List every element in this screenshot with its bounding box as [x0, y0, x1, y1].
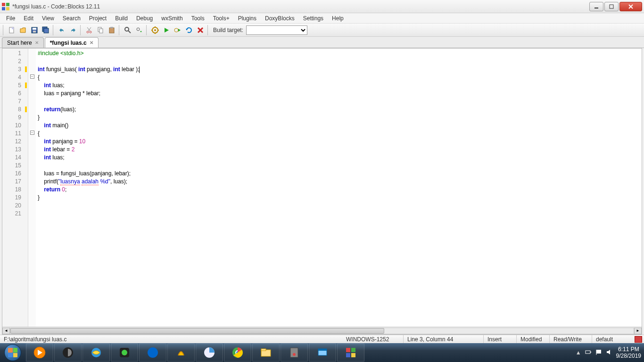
find-button[interactable] [123, 25, 133, 35]
taskbar-ie[interactable] [83, 344, 110, 362]
menubar: FileEditViewSearchProjectBuildDebugwxSmi… [0, 13, 644, 24]
taskbar-app-5[interactable] [309, 344, 336, 362]
abort-button[interactable] [195, 25, 206, 35]
tray-show-hidden-icon[interactable]: ▲ [576, 349, 581, 356]
taskbar-app-4[interactable] [281, 344, 308, 362]
code-line[interactable]: int luas; [38, 82, 640, 90]
rebuild-button[interactable] [184, 25, 194, 35]
build-target-select[interactable] [246, 25, 307, 35]
tray-flag-icon[interactable] [595, 349, 602, 357]
taskbar-app-3[interactable] [196, 344, 223, 362]
line-number: 16 [4, 170, 21, 178]
open-file-button[interactable] [18, 25, 28, 35]
code-line[interactable] [38, 202, 640, 210]
code-line[interactable]: return 0; [38, 186, 640, 194]
menu-doxyblocks[interactable]: DoxyBlocks [261, 14, 299, 23]
code-line[interactable] [38, 58, 640, 66]
tray-volume-icon[interactable] [606, 349, 612, 357]
run-button[interactable] [161, 25, 172, 35]
line-number: 2 [4, 58, 21, 66]
redo-button[interactable] [68, 25, 78, 35]
menu-search[interactable]: Search [58, 14, 85, 23]
code-line[interactable]: return(luas); [38, 106, 640, 114]
paste-button[interactable] [107, 25, 117, 35]
code-line[interactable]: printf("luasnya adalah %d", luas); [38, 178, 640, 186]
taskbar-app-1[interactable] [54, 344, 82, 362]
svg-rect-46 [261, 349, 266, 351]
menu-project[interactable]: Project [85, 14, 111, 23]
taskbar-media-player[interactable] [26, 344, 53, 362]
editor-tab[interactable]: *fungsi luas.c✕ [45, 37, 99, 48]
save-all-button[interactable] [41, 25, 51, 35]
undo-button[interactable] [57, 25, 67, 35]
build-run-button[interactable] [173, 25, 183, 35]
code-line[interactable]: { [38, 74, 640, 82]
svg-rect-52 [351, 348, 355, 352]
code-line[interactable]: { [38, 130, 640, 138]
code-line[interactable]: } [38, 114, 640, 122]
menu-plugins[interactable]: Plugins [234, 14, 261, 23]
code-line[interactable]: } [38, 194, 640, 202]
tab-close-icon[interactable]: ✕ [90, 40, 93, 45]
line-number: 14 [4, 154, 21, 162]
code-line[interactable]: luas = fungsi_luas(panjang, lebar); [38, 170, 640, 178]
statusbar: F:\algoritma\fungsi luas.c WINDOWS-1252 … [0, 335, 644, 343]
menu-help[interactable]: Help [328, 14, 348, 23]
fold-toggle-icon[interactable]: − [30, 131, 34, 135]
editor-tab[interactable]: Start here✕ [2, 37, 44, 48]
taskbar-firefox[interactable] [139, 344, 166, 362]
svg-rect-50 [318, 349, 327, 351]
tab-close-icon[interactable]: ✕ [35, 40, 39, 45]
menu-wxsmith[interactable]: wxSmith [157, 14, 187, 23]
menu-build[interactable]: Build [111, 14, 132, 23]
scroll-right-arrow[interactable]: ► [634, 328, 642, 334]
change-marker-icon [25, 107, 27, 112]
menu-debug[interactable]: Debug [132, 14, 157, 23]
replace-button[interactable] [134, 25, 144, 35]
menu-settings[interactable]: Settings [299, 14, 328, 23]
menu-file[interactable]: File [2, 14, 19, 23]
status-position: Line 3, Column 44 [404, 335, 484, 343]
code-line[interactable]: int panjang = 10 [38, 138, 640, 146]
line-number-gutter: 123456789101112131415161718192021 [2, 49, 28, 334]
fold-column: −− [28, 49, 36, 334]
copy-button[interactable] [95, 25, 106, 35]
taskbar-app-2[interactable] [167, 344, 195, 362]
svg-line-24 [128, 31, 131, 33]
code-text-area[interactable]: #include <stdio.h>int fungsi_luas( int p… [36, 49, 642, 334]
taskbar-explorer[interactable] [252, 344, 280, 362]
scroll-left-arrow[interactable]: ◄ [2, 328, 10, 334]
taskbar-webcam[interactable] [111, 344, 138, 362]
new-file-button[interactable] [7, 25, 17, 35]
menu-view[interactable]: View [38, 14, 58, 23]
save-button[interactable] [29, 25, 40, 35]
code-line[interactable] [38, 98, 640, 106]
start-button[interactable] [0, 343, 25, 362]
close-button[interactable] [619, 2, 642, 11]
app-icon [2, 3, 9, 10]
build-button[interactable] [150, 25, 160, 35]
horizontal-scrollbar[interactable]: ◄ ► [2, 327, 642, 334]
line-number: 1 [4, 49, 21, 58]
code-line[interactable]: int luas; [38, 154, 640, 162]
tray-clock[interactable]: 6:11 PM 9/28/2019 [616, 346, 641, 359]
cut-button[interactable] [84, 25, 94, 35]
code-line[interactable]: #include <stdio.h> [38, 49, 640, 58]
taskbar-chrome[interactable] [224, 344, 251, 362]
maximize-button[interactable] [604, 2, 619, 11]
minimize-button[interactable] [589, 2, 603, 11]
tray-battery-icon[interactable] [585, 349, 592, 357]
code-line[interactable]: int lebar = 2 [38, 146, 640, 154]
code-line[interactable]: int main() [38, 122, 640, 130]
code-line[interactable] [38, 210, 640, 218]
line-number: 9 [4, 114, 21, 122]
fold-toggle-icon[interactable]: − [30, 74, 34, 79]
scroll-thumb[interactable] [10, 328, 384, 334]
menu-tools[interactable]: Tools [187, 14, 209, 23]
code-line[interactable]: int fungsi_luas( int pangjang, int lebar… [38, 66, 640, 74]
menu-toolsplus[interactable]: Tools+ [209, 14, 234, 23]
code-line[interactable] [38, 162, 640, 170]
code-line[interactable]: luas = panjang * lebar; [38, 90, 640, 98]
taskbar-codeblocks[interactable] [337, 344, 364, 362]
menu-edit[interactable]: Edit [19, 14, 38, 23]
